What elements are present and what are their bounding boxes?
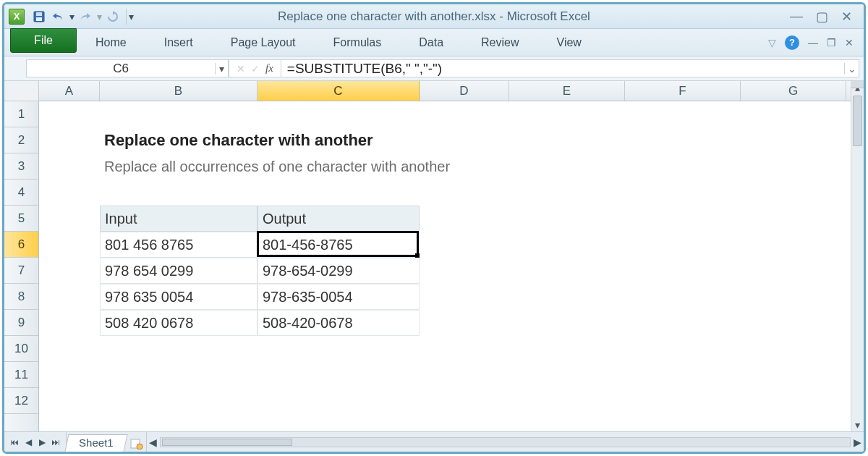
row-header-12[interactable]: 12 — [4, 388, 38, 414]
title-bar: ▾ ▾ ▾ Replace one character with another… — [4, 4, 864, 29]
horizontal-scroll-thumb[interactable] — [162, 439, 292, 446]
tab-review[interactable]: Review — [462, 29, 537, 56]
row-header-3[interactable]: 3 — [4, 153, 38, 180]
quick-access-toolbar: ▾ ▾ ▾ — [9, 8, 136, 25]
workbook-minimize-button[interactable]: ― — [808, 37, 818, 48]
tab-view[interactable]: View — [538, 29, 600, 56]
insert-function-button[interactable]: fx — [265, 62, 273, 75]
file-tab[interactable]: File — [10, 28, 77, 53]
enter-formula-icon[interactable]: ✓ — [251, 63, 260, 75]
svg-rect-1 — [36, 12, 42, 16]
worksheet-grid[interactable]: ABCDEFG 123456789101112 Replace one char… — [4, 81, 864, 431]
column-header-D[interactable]: D — [420, 81, 509, 101]
sheet-next-button[interactable]: ▶ — [36, 437, 48, 447]
column-header-E[interactable]: E — [509, 81, 625, 101]
row-header-9[interactable]: 9 — [4, 310, 38, 336]
new-sheet-button[interactable] — [127, 435, 146, 452]
vertical-scroll-thumb[interactable] — [853, 96, 862, 146]
excel-window: ▾ ▾ ▾ Replace one character with another… — [2, 2, 866, 454]
row-header-1[interactable]: 1 — [4, 101, 38, 127]
svg-rect-2 — [36, 17, 42, 21]
scroll-right-button[interactable]: ▶ — [851, 436, 864, 448]
cell-output-row7[interactable]: 978-654-0299 — [258, 258, 420, 284]
row-header-10[interactable]: 10 — [4, 336, 38, 362]
save-button[interactable] — [30, 8, 48, 25]
cell-output-row6[interactable]: 801-456-8765 — [258, 232, 420, 258]
tab-data[interactable]: Data — [400, 29, 462, 56]
horizontal-scroll-track[interactable] — [160, 437, 851, 447]
ribbon-min-icon[interactable]: ▽ — [768, 37, 776, 48]
select-all-corner[interactable] — [4, 81, 39, 101]
workbook-close-button[interactable]: ✕ — [845, 37, 854, 48]
row-header-11[interactable]: 11 — [4, 362, 38, 388]
redo-button[interactable] — [77, 8, 94, 25]
row-header-6[interactable]: 6 — [4, 232, 38, 258]
repeat-button[interactable] — [104, 8, 122, 25]
sheet-first-button[interactable]: ⏮ — [9, 437, 20, 447]
cell-header-output[interactable]: Output — [258, 206, 420, 232]
undo-button[interactable] — [49, 8, 67, 25]
workbook-restore-button[interactable]: ❐ — [827, 37, 836, 48]
row-header-8[interactable]: 8 — [4, 284, 38, 310]
scroll-down-button[interactable]: ▾ — [851, 418, 864, 431]
name-box-dropdown[interactable]: ▾ — [215, 63, 228, 75]
sheet-last-button[interactable]: ⏭ — [50, 437, 61, 447]
ribbon: File Home Insert Page Layout Formulas Da… — [4, 29, 864, 56]
sheet-tab-bar: ⏮ ◀ ▶ ⏭ Sheet1 ◀ ▶ — [4, 431, 864, 452]
sheet-tab-label: Sheet1 — [79, 436, 114, 449]
undo-dropdown[interactable]: ▾ — [68, 8, 75, 25]
cancel-formula-icon[interactable]: ✕ — [237, 63, 245, 75]
column-header-B[interactable]: B — [100, 81, 258, 101]
scroll-left-button[interactable]: ◀ — [147, 436, 160, 448]
split-box[interactable] — [851, 81, 864, 88]
cells-area[interactable]: Replace one character with anotherReplac… — [39, 101, 851, 431]
cell-input-row9[interactable]: 508 420 0678 — [100, 310, 258, 336]
cell-heading[interactable]: Replace one character with another — [100, 127, 509, 153]
redo-dropdown[interactable]: ▾ — [95, 8, 103, 25]
expand-formula-bar[interactable]: ⌄ — [844, 63, 859, 75]
row-header-2[interactable]: 2 — [4, 127, 38, 153]
column-header-G[interactable]: G — [741, 81, 846, 101]
cell-header-input[interactable]: Input — [100, 206, 258, 232]
help-icon[interactable]: ? — [785, 35, 799, 50]
excel-app-icon[interactable] — [9, 9, 25, 25]
tab-insert[interactable]: Insert — [145, 29, 212, 56]
sheet-nav-buttons: ⏮ ◀ ▶ ⏭ — [4, 432, 67, 452]
minimize-button[interactable]: ― — [790, 9, 803, 25]
cell-output-row8[interactable]: 978-635-0054 — [258, 284, 420, 310]
formula-input[interactable]: =SUBSTITUTE(B6," ","-") — [281, 61, 844, 77]
tab-home[interactable]: Home — [77, 29, 145, 56]
row-headers: 123456789101112 — [4, 101, 39, 431]
tab-formulas[interactable]: Formulas — [315, 29, 401, 56]
column-headers: ABCDEFG — [39, 81, 851, 101]
formula-bar: C6 ▾ ✕ ✓ fx =SUBSTITUTE(B6," ","-") ⌄ — [4, 56, 864, 81]
close-button[interactable]: ✕ — [841, 9, 852, 25]
column-header-A[interactable]: A — [39, 81, 100, 101]
window-controls: ― ▢ ✕ — [790, 9, 859, 25]
vertical-scrollbar[interactable]: ▴ ▾ — [851, 81, 864, 431]
horizontal-scrollbar[interactable]: ◀ ▶ — [146, 432, 864, 452]
cell-input-row6[interactable]: 801 456 8765 — [100, 232, 258, 258]
column-header-F[interactable]: F — [625, 81, 741, 101]
tab-page-layout[interactable]: Page Layout — [212, 29, 315, 56]
qat-customize-dropdown[interactable]: ▾ — [126, 8, 136, 25]
sheet-prev-button[interactable]: ◀ — [22, 437, 34, 447]
cell-subheading[interactable]: Replace all occurrences of one character… — [100, 153, 625, 180]
svg-point-4 — [137, 444, 142, 449]
cell-input-row8[interactable]: 978 635 0054 — [100, 284, 258, 310]
sheet-tab-active[interactable]: Sheet1 — [64, 434, 127, 452]
name-box-value: C6 — [27, 62, 215, 76]
row-header-7[interactable]: 7 — [4, 258, 38, 284]
row-header-4[interactable]: 4 — [4, 180, 38, 206]
cell-input-row7[interactable]: 978 654 0299 — [100, 258, 258, 284]
name-box[interactable]: C6 ▾ — [26, 59, 229, 77]
row-header-5[interactable]: 5 — [4, 206, 38, 232]
maximize-button[interactable]: ▢ — [816, 9, 828, 25]
column-header-C[interactable]: C — [258, 81, 420, 101]
cell-output-row9[interactable]: 508-420-0678 — [258, 310, 420, 336]
